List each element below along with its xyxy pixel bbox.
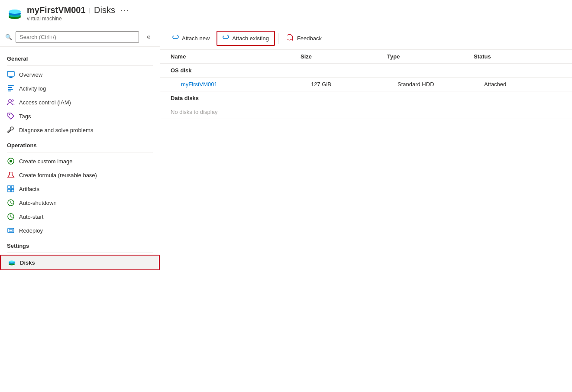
os-disk-section-label: OS disk <box>160 64 572 78</box>
svg-point-11 <box>9 100 11 102</box>
toolbar-divider <box>278 33 279 44</box>
content-area: Attach new Attach existing Feedback Name <box>160 27 572 392</box>
disk-size-cell: 127 GiB <box>311 81 397 87</box>
beaker-icon <box>7 171 15 179</box>
svg-rect-19 <box>8 189 10 192</box>
col-header-type: Type <box>387 53 474 60</box>
col-header-name: Name <box>171 53 301 60</box>
section-divider-operations <box>7 152 153 152</box>
sidebar-item-disks[interactable]: Disks <box>0 255 160 270</box>
sidebar-item-label-activity-log: Activity log <box>19 85 46 92</box>
svg-point-12 <box>12 100 13 101</box>
svg-rect-8 <box>8 87 12 88</box>
attach-existing-button[interactable]: Attach existing <box>217 31 275 46</box>
main-layout: 🔍 « General Overview Activity log <box>0 27 572 392</box>
sidebar-item-create-formula[interactable]: Create formula (reusable base) <box>0 168 160 182</box>
clock-start-icon <box>7 213 15 220</box>
attach-new-button[interactable]: Attach new <box>167 32 215 45</box>
empty-disks-message: No disks to display <box>160 105 572 119</box>
svg-rect-24 <box>9 230 13 231</box>
search-input[interactable] <box>16 31 139 43</box>
header-separator: | <box>89 7 90 13</box>
tag-icon <box>7 112 15 120</box>
sidebar-item-label-artifacts: Artifacts <box>19 186 39 192</box>
attach-existing-label: Attach existing <box>232 35 269 42</box>
sidebar-item-activity-log[interactable]: Activity log <box>0 81 160 95</box>
table-header-row: Name Size Type Status <box>160 50 572 64</box>
sidebar-item-overview[interactable]: Overview <box>0 68 160 81</box>
sidebar-item-diagnose[interactable]: Diagnose and solve problems <box>0 123 160 137</box>
svg-rect-17 <box>8 186 10 188</box>
svg-rect-6 <box>9 78 13 78</box>
sidebar-item-access-control[interactable]: Access control (IAM) <box>0 95 160 109</box>
disk-status-cell: Attached <box>484 81 571 87</box>
table-row: myFirstVM001 127 GiB Standard HDD Attach… <box>160 78 572 91</box>
svg-rect-23 <box>8 228 14 233</box>
disk-name-cell[interactable]: myFirstVM001 <box>181 81 311 87</box>
vm-icon <box>7 6 23 21</box>
sidebar-item-label-tags: Tags <box>19 113 31 120</box>
svg-rect-4 <box>7 71 14 76</box>
wrench-icon <box>7 126 15 134</box>
sidebar-item-label-auto-shutdown: Auto-shutdown <box>19 200 57 206</box>
collapse-sidebar-button[interactable]: « <box>142 31 155 43</box>
section-label-operations: Operations <box>0 137 160 150</box>
disk-icon <box>8 259 16 266</box>
section-label-general: General <box>0 50 160 64</box>
refresh-icon <box>7 227 15 234</box>
sidebar-item-label-redeploy: Redeploy <box>19 227 43 234</box>
svg-rect-10 <box>8 91 11 91</box>
sidebar-item-artifacts[interactable]: Artifacts <box>0 182 160 196</box>
people-icon <box>7 98 15 106</box>
image-icon <box>7 157 15 165</box>
sidebar-item-label-auto-start: Auto-start <box>19 214 43 220</box>
col-header-extra <box>560 53 562 60</box>
svg-rect-7 <box>8 85 14 86</box>
header-title-group: myFirstVM001 | Disks ··· virtual machine <box>27 5 129 22</box>
svg-rect-9 <box>8 89 13 90</box>
sidebar-item-auto-shutdown[interactable]: Auto-shutdown <box>0 196 160 210</box>
page-title: Disks <box>94 5 115 15</box>
attach-existing-icon <box>223 34 229 42</box>
data-disks-section-label: Data disks <box>160 91 572 105</box>
col-header-size: Size <box>301 53 387 60</box>
monitor-icon <box>7 71 15 78</box>
more-options-button[interactable]: ··· <box>120 6 129 15</box>
attach-new-label: Attach new <box>182 35 210 42</box>
sidebar-item-label-disks: Disks <box>20 259 35 266</box>
section-label-settings: Settings <box>0 237 160 251</box>
sidebar-item-label-access-control: Access control (IAM) <box>19 99 71 106</box>
clock-shutdown-icon <box>7 199 15 207</box>
attach-new-icon <box>172 34 179 42</box>
svg-rect-18 <box>11 186 14 188</box>
svg-rect-16 <box>10 172 12 172</box>
grid-icon <box>7 185 15 193</box>
sidebar-item-label-create-image: Create custom image <box>19 158 73 165</box>
svg-point-3 <box>9 10 21 14</box>
search-bar: 🔍 « <box>0 27 160 47</box>
svg-point-13 <box>9 114 10 115</box>
svg-point-28 <box>9 261 15 263</box>
sidebar-item-redeploy[interactable]: Redeploy <box>0 224 160 237</box>
sidebar-item-label-overview: Overview <box>19 71 42 78</box>
sidebar-item-label-create-formula: Create formula (reusable base) <box>19 172 97 178</box>
toolbar: Attach new Attach existing Feedback <box>160 27 572 50</box>
sidebar-item-auto-start[interactable]: Auto-start <box>0 210 160 224</box>
disk-type-cell: Standard HDD <box>397 81 484 87</box>
resource-type-label: virtual machine <box>27 16 129 22</box>
sidebar: 🔍 « General Overview Activity log <box>0 27 160 392</box>
page-header: myFirstVM001 | Disks ··· virtual machine <box>0 0 572 27</box>
sidebar-item-create-image[interactable]: Create custom image <box>0 154 160 168</box>
section-divider-general <box>7 65 153 66</box>
feedback-icon <box>288 34 294 42</box>
svg-rect-20 <box>11 189 14 192</box>
list-icon <box>7 84 15 92</box>
sidebar-nav: General Overview Activity log Access con… <box>0 47 160 392</box>
sidebar-item-label-diagnose: Diagnose and solve problems <box>19 127 93 133</box>
feedback-button[interactable]: Feedback <box>282 32 327 45</box>
section-divider-settings <box>7 253 153 253</box>
svg-point-15 <box>10 160 12 162</box>
sidebar-item-tags[interactable]: Tags <box>0 109 160 123</box>
col-header-status: Status <box>474 53 560 60</box>
vm-name: myFirstVM001 <box>27 5 86 15</box>
